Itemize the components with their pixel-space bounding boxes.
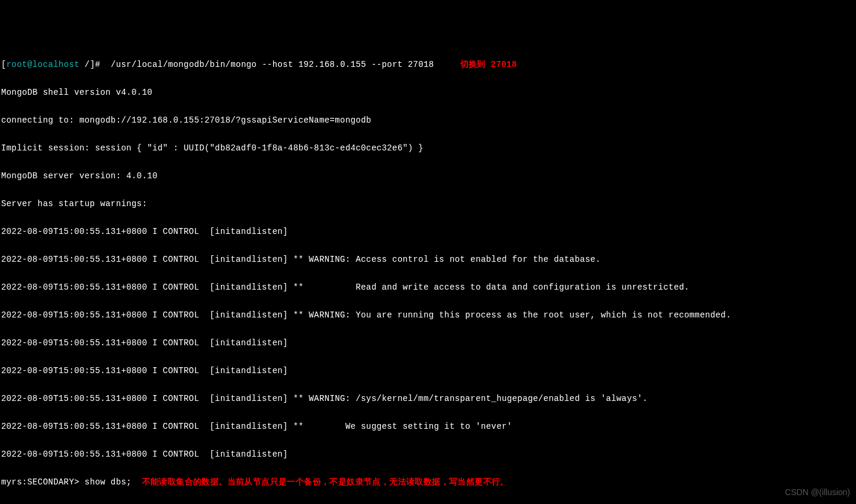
- terminal-line-8: 2022-08-09T15:00:55.131+0800 I CONTROL […: [1, 253, 855, 267]
- terminal-line-15: 2022-08-09T15:00:55.131+0800 I CONTROL […: [1, 448, 855, 462]
- terminal-line-7: 2022-08-09T15:00:55.131+0800 I CONTROL […: [1, 225, 855, 239]
- command-show-dbs: show dbs;: [85, 477, 132, 487]
- terminal-line-11: 2022-08-09T15:00:55.131+0800 I CONTROL […: [1, 336, 855, 351]
- terminal-line-4: Implicit session: session { "id" : UUID(…: [1, 142, 855, 156]
- terminal-line-3: connecting to: mongodb://192.168.0.155:2…: [1, 114, 855, 128]
- terminal-line-2: MongoDB shell version v4.0.10: [1, 86, 855, 100]
- watermark: CSDN @(illusion): [785, 486, 850, 500]
- annotation-2: 不能读取集合的数据。当前从节点只是一个备份，不是奴隶节点，无法读取数据，写当然更…: [142, 477, 509, 487]
- terminal-line-14: 2022-08-09T15:00:55.131+0800 I CONTROL […: [1, 420, 855, 434]
- prompt-user: root@localhost: [7, 60, 79, 69]
- terminal-line-9: 2022-08-09T15:00:55.131+0800 I CONTROL […: [1, 281, 855, 295]
- terminal-line-10: 2022-08-09T15:00:55.131+0800 I CONTROL […: [1, 309, 855, 323]
- terminal-line-6: Server has startup warnings:: [1, 197, 855, 211]
- prompt-replica: myrs:SECONDARY>: [1, 477, 85, 487]
- terminal-line-16: myrs:SECONDARY> show dbs; 不能读取集合的数据。当前从节…: [1, 476, 855, 490]
- terminal-line-13: 2022-08-09T15:00:55.131+0800 I CONTROL […: [1, 392, 855, 406]
- terminal-line-5: MongoDB server version: 4.0.10: [1, 169, 855, 184]
- terminal-line-12: 2022-08-09T15:00:55.131+0800 I CONTROL […: [1, 364, 855, 378]
- annotation-1: 切换到 27018: [460, 60, 517, 69]
- terminal-line-1: [root@localhost /]# /usr/local/mongodb/b…: [1, 58, 855, 72]
- command-1: /usr/local/mongodb/bin/mongo --host 192.…: [111, 60, 434, 69]
